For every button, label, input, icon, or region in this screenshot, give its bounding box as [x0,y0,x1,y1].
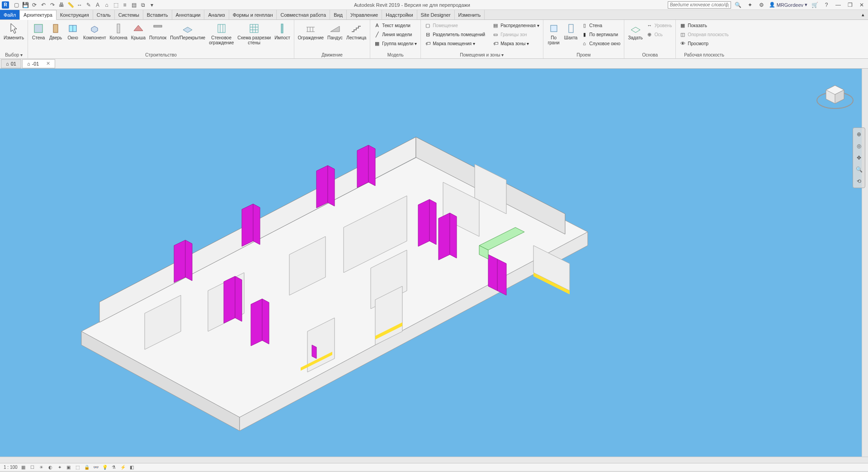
room-button[interactable]: ▢Помещение [423,21,487,30]
column-button[interactable]: Колонна [108,21,129,41]
cart-icon[interactable]: 🛒 [811,1,819,9]
tab-addins[interactable]: Надстройки [382,10,417,19]
tab-steel[interactable]: Сталь [93,10,115,19]
railing-button[interactable]: Ограждение [296,21,326,41]
dropdown-icon[interactable]: ▾ [148,1,156,9]
temp-hide-icon[interactable]: 👓 [93,464,99,471]
model-group-button[interactable]: ▦Группа модели ▾ [372,39,419,48]
dimension-icon[interactable]: ↔ [75,1,84,9]
open-icon[interactable]: ▢ [12,1,20,9]
sync-icon[interactable]: ⟳ [30,1,38,9]
thin-lines-icon[interactable]: ≡ [121,1,129,9]
close-hidden-icon[interactable]: ▤ [130,1,138,9]
tab-systems[interactable]: Системы [115,10,143,19]
shaft-button[interactable]: Шахта [562,21,580,41]
component-button[interactable]: Компонент [81,21,108,41]
orbit-icon[interactable]: ⟲ [854,177,863,186]
tab-collaborate[interactable]: Совместная работа [277,10,330,19]
room-tag-button[interactable]: 🏷Марка помещения ▾ [423,39,487,48]
rendering-icon[interactable]: ✦ [57,464,63,471]
help-icon[interactable]: ? [822,1,830,9]
worksharing-icon[interactable]: ⚗ [111,464,117,471]
dormer-button[interactable]: ⌂Слуховое окно [580,39,623,48]
analytical-icon[interactable]: ⚡ [120,464,126,471]
minimize-icon[interactable]: — [834,1,842,9]
section-icon[interactable]: ⬚ [112,1,120,9]
tab-annotate[interactable]: Аннотации [172,10,205,19]
full-nav-icon[interactable]: ⊕ [854,130,863,139]
search-go-icon[interactable]: 🔍 [734,1,742,9]
opening-byface-button[interactable]: По грани [545,21,562,46]
wall-button[interactable]: Стена [30,21,47,41]
crop-region-icon[interactable]: ⬚ [75,464,81,471]
model-text-button[interactable]: AТекст модели [372,21,419,30]
view3d-icon[interactable]: ⌂ [103,1,111,9]
steering-wheel-icon[interactable]: ◎ [854,142,863,151]
tab-massing[interactable]: Формы и генплан [229,10,277,19]
3d-viewport[interactable]: ⊕ ◎ ✥ 🔍 ⟲ [0,69,868,457]
highlight-icon[interactable]: ◧ [129,464,135,471]
datum-set-button[interactable]: Задать [626,21,645,41]
viewer-button[interactable]: 👁Просмотр [678,39,730,48]
ramp-button[interactable]: Пандус [326,21,344,41]
area-tag-button[interactable]: 🏷Марка зоны ▾ [491,39,541,48]
app-store-icon[interactable]: ⚙ [758,1,766,9]
horizontal-scrollbar[interactable] [0,457,868,463]
tab-sitedesigner[interactable]: Site Designer [417,10,455,19]
window-button[interactable]: Окно [64,21,81,41]
zoom-icon[interactable]: 🔍 [854,165,863,174]
shadows-icon[interactable]: ◐ [47,464,54,471]
close-tab-icon[interactable]: ✕ [46,61,50,66]
print-icon[interactable]: 🖶 [57,1,66,9]
scale-label[interactable]: 1 : 100 [4,465,18,470]
user-menu[interactable]: 👤MRGordeev▾ [769,2,807,8]
search-input[interactable] [668,1,731,9]
opening-wall-button[interactable]: ▯Стена [580,21,623,30]
modify-button[interactable]: Изменить [2,21,26,41]
tab-manage[interactable]: Управление [347,10,382,19]
crop-icon[interactable]: ▣ [66,464,72,471]
ribbon-collapse-icon[interactable]: ▴ [858,10,868,19]
restore-icon[interactable]: ❐ [846,1,854,9]
level-button[interactable]: ↔Уровень [645,21,674,30]
curtain-grid-button[interactable]: Схема разрезки стены [236,21,273,46]
grid-button[interactable]: ⊕Ось [645,30,674,39]
door-button[interactable]: Дверь [47,21,64,41]
tab-view[interactable]: Вид [330,10,347,19]
view-tab-1[interactable]: ⌂01 [1,59,21,68]
tab-analyze[interactable]: Анализ [204,10,229,19]
floor-button[interactable]: Пол/Перекрытие [168,21,207,41]
visual-style-icon[interactable]: ☐ [29,464,36,471]
undo-icon[interactable]: ↶ [39,1,47,9]
switch-icon[interactable]: ⧉ [139,1,147,9]
ceiling-button[interactable]: Потолок [147,21,168,41]
lock-icon[interactable]: 🔒 [84,464,90,471]
signin-icon[interactable]: ✦ [746,1,754,9]
tab-architecture[interactable]: Архитектура [19,10,57,20]
roof-button[interactable]: Крыша [129,21,147,41]
sun-path-icon[interactable]: ☀ [38,464,45,471]
measure-icon[interactable]: 📏 [66,1,75,9]
refplane-button[interactable]: ◫Опорная плоскость [678,30,730,39]
tab-insert[interactable]: Вставить [143,10,172,19]
view-cube[interactable] [815,74,855,115]
save-icon[interactable]: 💾 [21,1,29,9]
show-button[interactable]: ▦Показать [678,21,730,30]
text-icon[interactable]: A [94,1,102,9]
stair-button[interactable]: Лестница [344,21,368,41]
tag-icon[interactable]: ✎ [85,1,93,9]
area-boundary-button[interactable]: ▭Границы зон [491,30,541,39]
close-icon[interactable]: ✕ [858,1,866,9]
area-button[interactable]: ▤Распределенная ▾ [491,21,541,30]
room-sep-button[interactable]: ⊟Разделитель помещений [423,30,487,39]
redo-icon[interactable]: ↷ [48,1,57,9]
curtain-button[interactable]: Стеновое ограждение [207,21,236,46]
reveal-icon[interactable]: 💡 [102,464,108,471]
tab-modify[interactable]: Изменить [455,10,485,19]
opening-vert-button[interactable]: ▮По вертикали [580,30,623,39]
tab-structure[interactable]: Конструкция [57,10,93,19]
mullion-button[interactable]: Импост [273,21,292,41]
tab-file[interactable]: Файл [0,10,19,19]
pan-icon[interactable]: ✥ [854,153,863,162]
model-line-button[interactable]: ╱Линия модели [372,30,419,39]
